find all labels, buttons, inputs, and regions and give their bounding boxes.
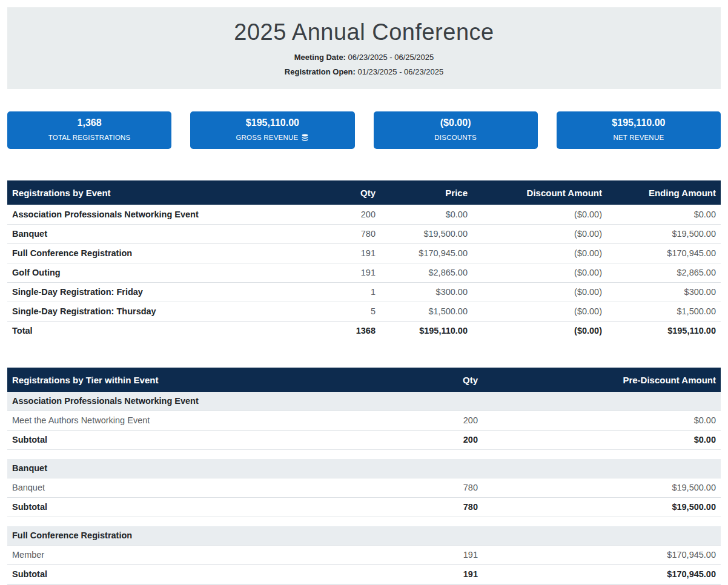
qty-cell: 191 xyxy=(425,545,483,564)
tier-row: Banquet 780 $19,500.00 xyxy=(7,478,721,497)
price-cell: $300.00 xyxy=(380,282,472,302)
price-cell: $19,500.00 xyxy=(380,224,472,243)
total-row: Total 1368 $195,110.00 ($0.00) $195,110.… xyxy=(7,321,721,340)
subtotal-row: Subtotal 200 $0.00 xyxy=(7,430,721,449)
stat-card-discounts[interactable]: ($0.00) DISCOUNTS xyxy=(374,111,538,149)
qty-cell: 200 xyxy=(328,205,380,224)
event-name-cell: Single-Day Registration: Thursday xyxy=(7,302,328,321)
stat-value: $195,110.00 xyxy=(193,117,352,128)
price-cell: $170,945.00 xyxy=(380,243,472,263)
ending-cell: $19,500.00 xyxy=(607,224,721,243)
registrations-by-event-table: Registrations by Event Qty Price Discoun… xyxy=(7,180,721,340)
ending-cell: $170,945.00 xyxy=(607,243,721,263)
stat-label: NET REVENUE xyxy=(613,134,664,142)
meeting-date-value: 06/23/2025 - 06/25/2025 xyxy=(348,53,434,62)
tier-name-cell: Meet the Authors Networking Event xyxy=(7,411,425,430)
meeting-date-label: Meeting Date: xyxy=(294,53,346,62)
stat-label-text: GROSS REVENUE xyxy=(236,134,298,142)
ending-cell: $300.00 xyxy=(607,282,721,302)
total-price-cell: $195,110.00 xyxy=(380,321,472,340)
discount-cell: ($0.00) xyxy=(472,302,607,321)
table-row: Full Conference Registration 191 $170,94… xyxy=(7,243,721,263)
qty-cell: 191 xyxy=(328,243,380,263)
subtotal-qty-cell: 191 xyxy=(425,564,483,584)
event-name-cell: Banquet xyxy=(7,224,328,243)
table-row: Single-Day Registration: Friday 1 $300.0… xyxy=(7,282,721,302)
amount-cell: $0.00 xyxy=(483,411,721,430)
stat-label: TOTAL REGISTRATIONS xyxy=(48,134,131,142)
table-header-row: Registrations by Tier within Event Qty P… xyxy=(7,368,721,392)
group-header-row: Association Professionals Networking Eve… xyxy=(7,392,721,411)
group-header-row: Full Conference Registration xyxy=(7,526,721,545)
tier-row: Member 191 $170,945.00 xyxy=(7,545,721,564)
ending-cell: $1,500.00 xyxy=(607,302,721,321)
group-event-name-cell: Association Professionals Networking Eve… xyxy=(7,392,721,411)
event-name-cell: Full Conference Registration xyxy=(7,243,328,263)
subtotal-qty-cell: 780 xyxy=(425,497,483,517)
event-name-cell: Single-Day Registration: Friday xyxy=(7,282,328,302)
stat-label: DISCOUNTS xyxy=(434,134,477,142)
coins-stack-icon[interactable] xyxy=(301,134,309,142)
stat-value: $195,110.00 xyxy=(559,117,718,128)
stat-value: ($0.00) xyxy=(376,117,535,128)
qty-cell: 200 xyxy=(425,411,483,430)
discount-cell: ($0.00) xyxy=(472,224,607,243)
group-spacer-row xyxy=(7,449,721,459)
table-header-row: Registrations by Event Qty Price Discoun… xyxy=(7,180,721,205)
subtotal-label-cell: Subtotal xyxy=(7,497,425,517)
ending-cell: $2,865.00 xyxy=(607,263,721,282)
discount-cell: ($0.00) xyxy=(472,243,607,263)
group-event-name-cell: Full Conference Registration xyxy=(7,526,721,545)
amount-cell: $19,500.00 xyxy=(483,478,721,497)
registration-open-line: Registration Open: 01/23/2025 - 06/23/20… xyxy=(13,67,715,76)
stat-card-total-registrations[interactable]: 1,368 TOTAL REGISTRATIONS xyxy=(7,111,171,149)
subtotal-amount-cell: $170,945.00 xyxy=(483,564,721,584)
price-cell: $0.00 xyxy=(380,205,472,224)
stat-label: GROSS REVENUE xyxy=(236,134,309,142)
stat-card-net-revenue[interactable]: $195,110.00 NET REVENUE xyxy=(557,111,721,149)
column-header-title: Registrations by Event xyxy=(7,180,328,205)
table-row: Banquet 780 $19,500.00 ($0.00) $19,500.0… xyxy=(7,224,721,243)
group-header-row: Banquet xyxy=(7,459,721,478)
subtotal-label-cell: Subtotal xyxy=(7,564,425,584)
group-event-name-cell: Banquet xyxy=(7,459,721,478)
page-title: 2025 Annual Conference xyxy=(13,19,715,45)
column-header-ending-amount: Ending Amount xyxy=(607,180,721,205)
tier-group: Association Professionals Networking Eve… xyxy=(7,392,721,584)
total-label-cell: Total xyxy=(7,321,328,340)
stat-value: 1,368 xyxy=(10,117,169,128)
subtotal-qty-cell: 200 xyxy=(425,430,483,449)
subtotal-label-cell: Subtotal xyxy=(7,430,425,449)
tier-row: Meet the Authors Networking Event 200 $0… xyxy=(7,411,721,430)
subtotal-amount-cell: $19,500.00 xyxy=(483,497,721,517)
subtotal-row: Subtotal 780 $19,500.00 xyxy=(7,497,721,517)
table-row: Golf Outing 191 $2,865.00 ($0.00) $2,865… xyxy=(7,263,721,282)
column-header-qty: Qty xyxy=(328,180,380,205)
column-header-discount-amount: Discount Amount xyxy=(472,180,607,205)
qty-cell: 780 xyxy=(425,478,483,497)
qty-cell: 191 xyxy=(328,263,380,282)
column-header-title: Registrations by Tier within Event xyxy=(7,368,425,392)
tier-name-cell: Member xyxy=(7,545,425,564)
event-name-cell: Association Professionals Networking Eve… xyxy=(7,205,328,224)
qty-cell: 1 xyxy=(328,282,380,302)
price-cell: $2,865.00 xyxy=(380,263,472,282)
discount-cell: ($0.00) xyxy=(472,263,607,282)
registration-open-label: Registration Open: xyxy=(285,67,356,76)
subtotal-amount-cell: $0.00 xyxy=(483,430,721,449)
tier-name-cell: Banquet xyxy=(7,478,425,497)
table-row: Single-Day Registration: Thursday 5 $1,5… xyxy=(7,302,721,321)
subtotal-row: Subtotal 191 $170,945.00 xyxy=(7,564,721,584)
registration-open-value: 01/23/2025 - 06/23/2025 xyxy=(357,67,443,76)
total-qty-cell: 1368 xyxy=(328,321,380,340)
meeting-date-line: Meeting Date: 06/23/2025 - 06/25/2025 xyxy=(13,53,715,62)
group-spacer-row xyxy=(7,517,721,526)
column-header-qty: Qty xyxy=(425,368,483,392)
total-ending-cell: $195,110.00 xyxy=(607,321,721,340)
stat-card-gross-revenue[interactable]: $195,110.00 GROSS REVENUE xyxy=(190,111,354,149)
stat-cards-row: 1,368 TOTAL REGISTRATIONS $195,110.00 GR… xyxy=(7,111,721,149)
qty-cell: 780 xyxy=(328,224,380,243)
amount-cell: $170,945.00 xyxy=(483,545,721,564)
table-row: Association Professionals Networking Eve… xyxy=(7,205,721,224)
discount-cell: ($0.00) xyxy=(472,282,607,302)
